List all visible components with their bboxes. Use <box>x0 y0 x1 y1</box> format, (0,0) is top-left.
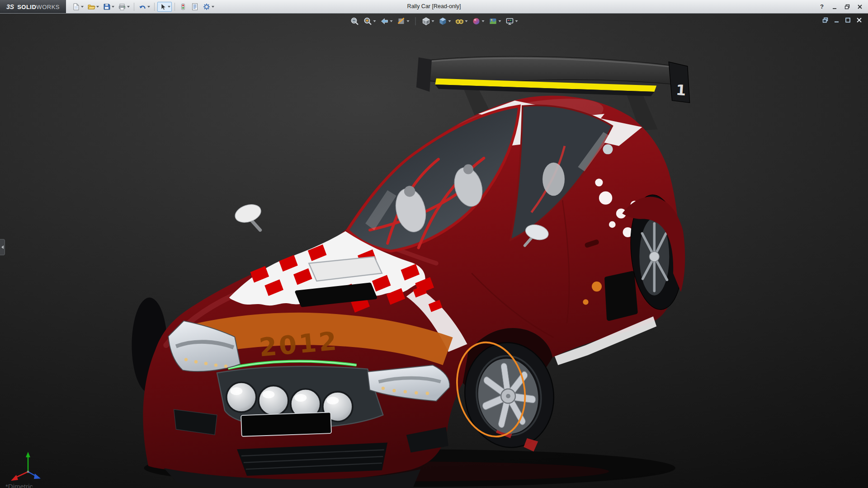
view-settings-icon <box>505 17 514 26</box>
zoom-to-fit-icon <box>350 17 359 26</box>
rally-car-model[interactable]: 1 <box>0 13 868 488</box>
x-axis-arrow <box>11 475 18 481</box>
toolbar-separator <box>415 17 416 25</box>
chevron-down-icon[interactable] <box>448 20 451 22</box>
orientation-triad <box>7 451 45 483</box>
section-view-icon <box>397 17 406 26</box>
maximize-document-button[interactable] <box>844 16 851 23</box>
maximize-document-icon <box>844 17 851 23</box>
print-button[interactable] <box>117 2 131 12</box>
close-document-icon <box>856 17 863 23</box>
restore-icon <box>844 4 850 10</box>
undo-icon <box>138 3 146 11</box>
quick-access-toolbar <box>71 0 216 13</box>
previous-view-icon <box>380 17 389 26</box>
display-style-icon <box>439 17 448 26</box>
new-document-icon <box>72 3 80 11</box>
rebuild-icon <box>179 3 187 11</box>
close-button[interactable] <box>856 3 863 10</box>
restore-down-document-button[interactable] <box>821 16 829 23</box>
edit-appearance-icon <box>472 17 481 26</box>
toolbar-separator <box>134 3 134 11</box>
chevron-down-icon[interactable] <box>81 6 84 8</box>
view-orientation-button[interactable] <box>422 17 434 26</box>
close-icon <box>857 4 863 10</box>
chevron-down-icon[interactable] <box>482 20 485 22</box>
help-button[interactable]: ? <box>818 3 826 10</box>
view-settings-button[interactable] <box>505 17 518 26</box>
open-button[interactable] <box>86 2 100 12</box>
chevron-down-icon[interactable] <box>499 20 501 22</box>
file-properties-icon <box>191 3 199 11</box>
document-window-controls <box>821 16 863 23</box>
save-icon <box>103 3 111 11</box>
select-cursor-icon <box>159 3 167 11</box>
3ds-logo-mark: 3S <box>6 3 14 10</box>
minimize-icon <box>831 4 838 10</box>
toolbar-separator <box>154 3 155 11</box>
graphics-area[interactable]: 1 <box>0 13 868 488</box>
minimize-button[interactable] <box>831 3 838 10</box>
chevron-down-icon[interactable] <box>515 20 518 22</box>
minimize-document-button[interactable] <box>833 16 840 23</box>
wing-number: 1 <box>675 81 687 99</box>
chevron-down-icon[interactable] <box>407 20 410 22</box>
zoom-to-area-button[interactable] <box>363 17 376 26</box>
options-button[interactable] <box>201 2 216 12</box>
save-button[interactable] <box>101 2 116 12</box>
title-bar: 3S SOLIDWORKS <box>0 0 868 14</box>
select-button[interactable] <box>157 2 172 12</box>
window-title: Rally Car [Read-only] <box>407 0 461 13</box>
y-axis-arrow <box>26 452 30 457</box>
apply-scene-button[interactable] <box>489 17 501 26</box>
window-controls: ? <box>818 3 868 10</box>
minimize-document-icon <box>833 17 840 23</box>
hide-show-items-button[interactable] <box>455 17 468 26</box>
chevron-down-icon[interactable] <box>147 6 150 8</box>
rebuild-button[interactable] <box>178 2 189 12</box>
chevron-down-icon[interactable] <box>96 6 99 8</box>
undo-button[interactable] <box>137 2 151 12</box>
view-orientation-label: *Dimetric <box>5 483 33 488</box>
new-document-button[interactable] <box>71 2 85 12</box>
restore-button[interactable] <box>844 3 851 10</box>
restore-down-icon <box>822 17 829 23</box>
chevron-down-icon[interactable] <box>112 6 114 8</box>
options-gear-icon <box>203 3 211 11</box>
file-properties-button[interactable] <box>189 2 200 12</box>
panel-collapse-tab[interactable] <box>0 239 5 255</box>
heads-up-view-toolbar <box>350 17 518 26</box>
open-folder-icon <box>87 3 95 11</box>
close-document-button[interactable] <box>855 16 863 23</box>
chevron-down-icon[interactable] <box>127 6 130 8</box>
solidworks-logo: 3S SOLIDWORKS <box>0 0 66 13</box>
apply-scene-icon <box>489 17 498 26</box>
edit-appearance-button[interactable] <box>472 17 485 26</box>
toolbar-separator <box>175 3 175 11</box>
z-axis-arrow <box>34 474 41 479</box>
chevron-down-icon[interactable] <box>465 20 468 22</box>
chevron-down-icon[interactable] <box>168 6 170 8</box>
left-mirror[interactable] <box>233 202 263 230</box>
side-vent <box>607 273 636 319</box>
chevron-down-icon[interactable] <box>390 20 393 22</box>
zoom-to-fit-button[interactable] <box>350 17 359 26</box>
hide-show-items-icon <box>455 17 464 26</box>
chevron-down-icon[interactable] <box>373 20 376 22</box>
chevron-down-icon[interactable] <box>212 6 214 8</box>
print-icon <box>118 3 126 11</box>
chevron-left-icon <box>1 245 4 249</box>
view-orientation-icon <box>422 17 431 26</box>
section-view-button[interactable] <box>397 17 410 26</box>
zoom-to-area-icon <box>363 17 373 26</box>
previous-view-button[interactable] <box>380 17 393 26</box>
brand-text: SOLIDWORKS <box>17 3 60 11</box>
display-style-button[interactable] <box>439 17 451 26</box>
license-plate[interactable] <box>241 412 331 436</box>
chevron-down-icon[interactable] <box>432 20 434 22</box>
